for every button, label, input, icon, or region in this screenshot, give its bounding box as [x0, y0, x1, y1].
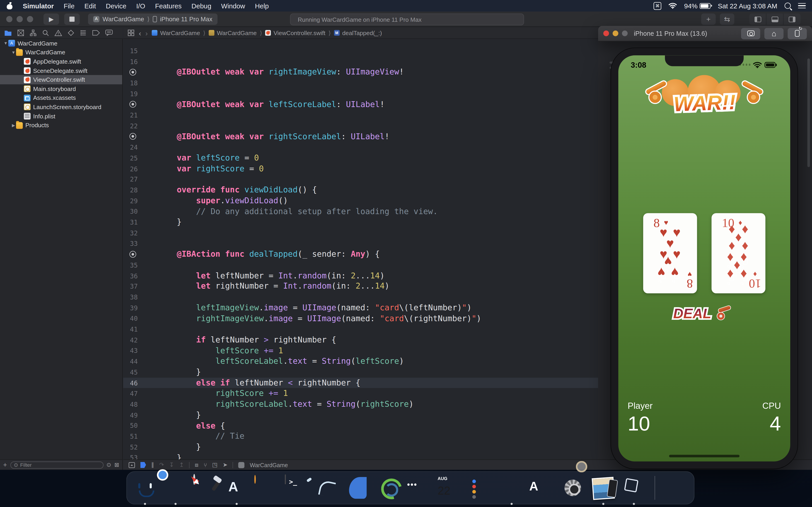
- code-line-49[interactable]: 49 }: [123, 410, 599, 420]
- line-number[interactable]: 40: [123, 315, 138, 323]
- line-number[interactable]: 26: [123, 165, 138, 172]
- dock-item-chrome[interactable]: [163, 475, 189, 501]
- line-number[interactable]: 41: [123, 326, 138, 333]
- step-into-icon[interactable]: ↧: [169, 461, 174, 468]
- scheme-selector[interactable]: A WarCardGame ⟩ iPhone 11 Pro Max: [88, 13, 218, 24]
- line-number[interactable]: 39: [123, 304, 138, 312]
- menu-item-help[interactable]: Help: [255, 2, 269, 9]
- menubar-clock[interactable]: Sat 22 Aug 3:08 AM: [718, 2, 777, 9]
- line-number[interactable]: 25: [123, 154, 138, 162]
- code-line-32[interactable]: 32: [123, 227, 599, 238]
- dock-item-terminal[interactable]: >_: [285, 475, 311, 501]
- code-line-43[interactable]: 43 leftScore += 1: [123, 345, 599, 356]
- dock-item-calendar[interactable]: AUG22: [438, 475, 463, 501]
- simulator-title-bar[interactable]: iPhone 11 Pro Max (13.6) ⌂: [598, 26, 812, 42]
- breakpoint-navigator-icon[interactable]: [92, 30, 100, 36]
- input-source-icon[interactable]: ⌘: [654, 2, 661, 9]
- code-line-21[interactable]: 21: [123, 110, 599, 120]
- code-line-53[interactable]: 53 }: [123, 452, 599, 459]
- line-number[interactable]: 15: [123, 47, 138, 55]
- code-line-37[interactable]: 37 let rightNumber = Int.random(in: 2...…: [123, 281, 599, 292]
- toggle-debug-area-button[interactable]: [766, 13, 783, 25]
- code-line-18[interactable]: 18: [123, 78, 599, 88]
- breadcrumb-segment[interactable]: ViewController.swift: [265, 30, 325, 36]
- dock-item-mysql-workbench[interactable]: [315, 475, 341, 501]
- home-button[interactable]: ⌂: [764, 27, 784, 39]
- code-line-42[interactable]: 42 if leftNumber > rightNumber {: [123, 335, 599, 345]
- line-number[interactable]: 22: [123, 122, 138, 130]
- line-number[interactable]: 32: [123, 229, 138, 237]
- line-number[interactable]: 52: [123, 443, 138, 451]
- hide-debug-area-icon[interactable]: [129, 462, 135, 468]
- breadcrumb-segment[interactable]: WarCardGame: [152, 30, 200, 36]
- code-line-16[interactable]: 16: [123, 56, 599, 67]
- code-line-26[interactable]: 26 var rightScore = 0: [123, 163, 599, 174]
- screenshot-button[interactable]: [741, 27, 760, 39]
- disclosure-triangle[interactable]: ▶: [11, 123, 16, 128]
- line-number[interactable]: 46: [123, 379, 138, 387]
- simulate-location-icon[interactable]: ➤: [223, 461, 227, 468]
- ib-connection-indicator[interactable]: [130, 251, 136, 258]
- editor-layout-button[interactable]: ⇆: [720, 13, 734, 25]
- line-number[interactable]: 29: [123, 197, 138, 205]
- pause-execution-icon[interactable]: ∥: [151, 461, 154, 468]
- sidebar-item-scenedelegate-swift[interactable]: SceneDelegate.swift: [0, 66, 122, 75]
- project-navigator-icon[interactable]: [4, 30, 12, 36]
- line-number[interactable]: 44: [123, 357, 138, 365]
- line-number[interactable]: 48: [123, 400, 138, 408]
- sidebar-item-viewcontroller-swift[interactable]: ViewController.swift: [0, 75, 122, 84]
- debug-navigator-icon[interactable]: [80, 30, 87, 36]
- code-line-19[interactable]: 19: [123, 88, 599, 99]
- code-line-39[interactable]: 39 leftImageView.image = UIImage(named: …: [123, 302, 599, 313]
- dock-item-reminders[interactable]: [468, 475, 494, 501]
- code-line-27[interactable]: 27: [123, 174, 599, 185]
- close-button[interactable]: [603, 31, 609, 36]
- zoom-button[interactable]: [622, 31, 627, 36]
- find-navigator-icon[interactable]: [42, 30, 49, 36]
- code-line-23[interactable]: @IBOutlet weak var rightScoreLabel: UILa…: [123, 131, 599, 142]
- code-line-50[interactable]: 50 else {: [123, 420, 599, 431]
- minimize-button[interactable]: [16, 16, 23, 22]
- sidebar-item-info-plist[interactable]: Info.plist: [0, 112, 122, 121]
- line-number[interactable]: 27: [123, 175, 138, 183]
- issue-navigator-icon[interactable]: [54, 30, 62, 36]
- report-navigator-icon[interactable]: [105, 30, 113, 36]
- line-number[interactable]: 50: [123, 422, 138, 430]
- code-line-35[interactable]: 35: [123, 260, 599, 270]
- line-number[interactable]: 35: [123, 261, 138, 269]
- dock-item-simulator[interactable]: [621, 475, 647, 501]
- stop-button[interactable]: [64, 13, 80, 24]
- code-line-31[interactable]: 31 }: [123, 217, 599, 227]
- line-number[interactable]: 53: [123, 454, 138, 459]
- dock-item-app-store[interactable]: A: [529, 475, 555, 501]
- menu-item-edit[interactable]: Edit: [84, 2, 96, 9]
- source-control-icon[interactable]: [17, 30, 24, 36]
- line-number[interactable]: 36: [123, 272, 138, 280]
- code-line-28[interactable]: 28 override func viewDidLoad() {: [123, 185, 599, 195]
- add-editor-button[interactable]: +: [701, 13, 716, 25]
- disclosure-triangle[interactable]: ▼: [3, 41, 8, 46]
- inspector-scrollbar[interactable]: [807, 58, 810, 167]
- line-number[interactable]: 18: [123, 79, 138, 87]
- dock-item-system-preferences[interactable]: [560, 475, 586, 501]
- line-number[interactable]: 16: [123, 58, 138, 65]
- line-number[interactable]: 51: [123, 433, 138, 440]
- spotlight-icon[interactable]: [784, 2, 791, 9]
- dock-item-xcode[interactable]: A: [223, 475, 249, 501]
- sidebar-item-warcardgame[interactable]: ▼WarCardGame: [0, 48, 122, 57]
- code-line-20[interactable]: @IBOutlet weak var leftScoreLabel: UILab…: [123, 99, 599, 110]
- run-button[interactable]: ▶: [44, 13, 59, 24]
- filter-field[interactable]: ⊙ Filter: [10, 461, 103, 468]
- step-out-icon[interactable]: ↥: [179, 461, 184, 468]
- toggle-navigator-button[interactable]: [749, 13, 766, 25]
- dock-item-notes[interactable]: [499, 475, 524, 501]
- add-file-button[interactable]: +: [3, 461, 7, 469]
- sidebar-item-warcardgame[interactable]: ▼AWarCardGame: [0, 39, 122, 48]
- notification-center-icon[interactable]: [798, 3, 806, 9]
- ib-connection-indicator[interactable]: [130, 133, 136, 140]
- code-line-45[interactable]: 45 }: [123, 367, 599, 378]
- test-navigator-icon[interactable]: [67, 30, 74, 36]
- menu-item-simulator[interactable]: Simulator: [23, 2, 54, 9]
- code-line-47[interactable]: 47 rightScore += 1: [123, 388, 599, 399]
- forward-button[interactable]: ›: [145, 29, 148, 37]
